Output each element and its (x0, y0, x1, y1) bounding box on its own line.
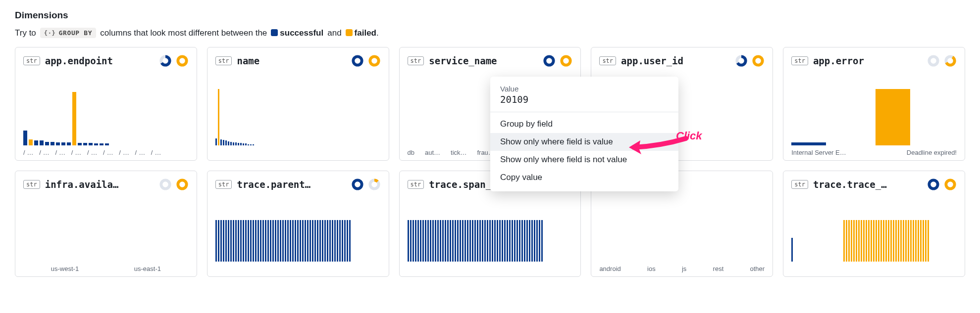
x-labels: us-west-1 us-east-1 (23, 265, 189, 272)
x-labels: android ios js rest other (599, 265, 765, 272)
hint-row: Try to {·} GROUP BY columns that look mo… (15, 28, 965, 38)
card-name: app.endpoint (45, 55, 113, 66)
card-name: trace.trace_… (813, 179, 887, 190)
context-menu: Value 20109 Group by field Show only whe… (490, 77, 678, 191)
svg-point-3 (353, 56, 361, 65)
dimension-card[interactable]: str name (207, 47, 389, 161)
x-ellipsis: /… /… /… /… /… /… /… /… /… (23, 149, 163, 156)
donut-failed-icon (176, 178, 189, 191)
mini-chart (791, 202, 957, 262)
x-label: us-west-1 (51, 265, 79, 272)
value: 20109 (490, 93, 678, 112)
hint-failed: failed (355, 28, 376, 38)
svg-point-15 (353, 180, 361, 188)
donut-failed-icon (176, 54, 189, 67)
donut-failed-icon (944, 178, 957, 191)
menu-item-show-only-is[interactable]: Show only where field is value (490, 133, 678, 151)
groupby-badge[interactable]: {·} GROUP BY (40, 28, 96, 38)
svg-point-21 (946, 180, 954, 188)
svg-point-14 (178, 180, 186, 188)
donut-successful-icon (351, 54, 364, 67)
hint-middle: columns that look most different between… (100, 28, 267, 38)
type-tag: str (599, 56, 616, 65)
x-label: db (408, 149, 414, 156)
mini-chart (23, 202, 189, 262)
type-tag: str (23, 180, 40, 189)
braces-icon: {·} (44, 30, 56, 37)
hint-successful: successful (280, 28, 323, 38)
menu-item-copy-value[interactable]: Copy value (490, 169, 678, 186)
svg-point-6 (562, 56, 570, 65)
x-label: rest (713, 265, 724, 272)
svg-point-2 (178, 56, 186, 65)
type-tag: str (791, 56, 808, 65)
dimension-grid: str app.endpoint /… /… /… /… /… /… /… /…… (15, 47, 965, 277)
hint-period: . (376, 28, 379, 38)
mini-chart (408, 202, 573, 262)
mini-chart (215, 202, 381, 262)
donut-successful-icon (159, 54, 172, 67)
card-name: name (237, 55, 259, 66)
donut-successful-icon (735, 54, 748, 67)
mini-chart (791, 86, 957, 145)
mini-chart (23, 86, 189, 145)
card-name: trace.parent… (237, 179, 310, 190)
type-tag: str (791, 180, 808, 189)
dimension-card[interactable]: str app.endpoint /… /… /… /… /… /… /… /…… (15, 47, 197, 161)
menu-item-show-only-is-not[interactable]: Show only where field is not value (490, 151, 678, 169)
x-label: ios (647, 265, 656, 272)
donut-failed-icon (944, 54, 957, 67)
donut-successful-icon (927, 178, 940, 191)
x-label: tick… (451, 149, 467, 156)
type-tag: str (215, 180, 232, 189)
x-label: Internal Server E… (791, 149, 846, 156)
card-name: app.user_id (621, 55, 683, 66)
svg-point-5 (545, 56, 554, 65)
x-label: android (599, 265, 620, 272)
svg-point-20 (929, 180, 937, 188)
card-name: app.error (813, 55, 864, 66)
dimension-card[interactable]: str infra.availa… us-west-1 us-east-1 (15, 171, 197, 277)
donut-successful-icon (543, 54, 556, 67)
x-label: aut… (425, 149, 440, 156)
dimension-card[interactable]: str trace.parent… (207, 171, 389, 277)
section-title: Dimensions (15, 10, 965, 21)
dimension-card[interactable]: str trace.trace_… (783, 171, 965, 277)
svg-point-13 (161, 180, 169, 188)
menu-separator (490, 112, 678, 112)
swatch-successful: successful (271, 28, 323, 38)
svg-point-4 (370, 56, 378, 65)
x-label: other (750, 265, 765, 272)
donut-failed-icon (368, 178, 381, 191)
x-label: js (682, 265, 686, 272)
card-name: service_name (429, 55, 497, 66)
x-label: Deadline expired! (907, 149, 957, 156)
donut-failed-icon (752, 54, 765, 67)
type-tag: str (23, 56, 40, 65)
hint-and: and (327, 28, 341, 38)
x-label: us-east-1 (134, 265, 161, 272)
type-tag: str (215, 56, 232, 65)
svg-point-10 (929, 56, 937, 65)
donut-successful-icon (927, 54, 940, 67)
mini-chart (215, 86, 381, 145)
donut-successful-icon (159, 178, 172, 191)
swatch-failed: failed. (346, 28, 379, 38)
value-label: Value (490, 85, 678, 93)
mini-chart (599, 202, 765, 262)
donut-successful-icon (351, 178, 364, 191)
type-tag: str (408, 56, 424, 65)
x-labels: Internal Server E… Deadline expired! (791, 149, 957, 156)
menu-item-group-by[interactable]: Group by field (490, 115, 678, 133)
donut-failed-icon (560, 54, 572, 67)
type-tag: str (408, 180, 424, 189)
svg-point-9 (754, 56, 763, 65)
hint-prefix: Try to (15, 28, 36, 38)
card-name: infra.availa… (45, 179, 119, 190)
dimension-card[interactable]: str app.error Internal Server E… Deadlin… (783, 47, 965, 161)
groupby-label: GROUP BY (58, 29, 92, 37)
donut-failed-icon (368, 54, 381, 67)
